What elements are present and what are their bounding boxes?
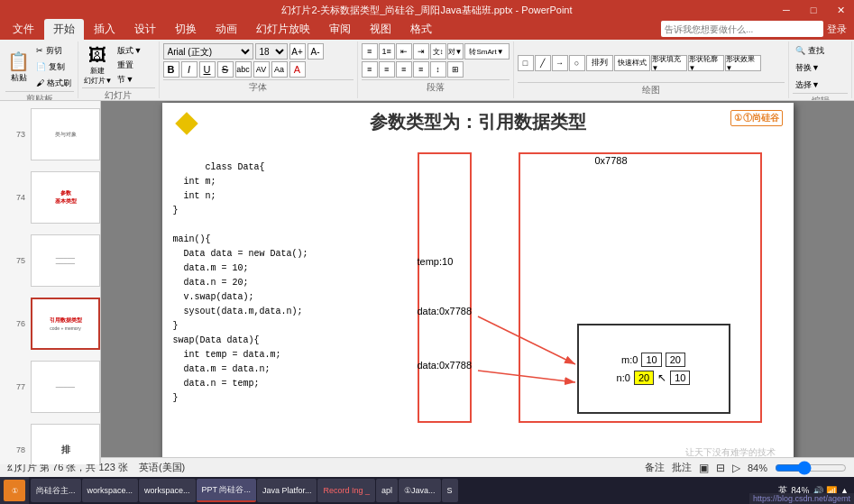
slide-thumb-74[interactable]: 74 参数基本类型 bbox=[0, 168, 100, 227]
tab-file[interactable]: 文件 bbox=[4, 19, 43, 40]
taskbar: ① 尚硅谷主... workspace... workspace... PPT … bbox=[0, 477, 854, 504]
tab-view[interactable]: 视图 bbox=[361, 19, 400, 40]
indent-more-button[interactable]: ⇥ bbox=[413, 43, 429, 60]
font-name-select[interactable]: Arial (正文) bbox=[163, 43, 253, 60]
text-dir-button[interactable]: 文↕ bbox=[430, 43, 446, 60]
paste-button[interactable]: 📋 粘贴 bbox=[5, 49, 32, 86]
notes-button[interactable]: 备注 bbox=[645, 461, 665, 474]
title-bar: 幻灯片2-关标数据类型_尚硅谷_周阳Java基础班.pptx - PowerPo… bbox=[0, 0, 854, 20]
logo-icon: ① bbox=[734, 113, 742, 123]
font-label: 字体 bbox=[163, 79, 354, 94]
copy-button[interactable]: 📄 复制 bbox=[33, 60, 74, 75]
slides-group: 🖼 新建幻灯片▼ 版式▼ 重置 节▼ 幻灯片 bbox=[78, 41, 160, 98]
taskbar-item-workspace1[interactable]: workspace... bbox=[82, 479, 139, 502]
ribbon-tabs: 文件 开始 插入 设计 切换 动画 幻灯片放映 审阅 视图 格式 登录 bbox=[0, 20, 854, 40]
tab-format[interactable]: 格式 bbox=[401, 19, 441, 40]
paragraph-label: 段落 bbox=[362, 79, 510, 94]
shape-line[interactable]: ╱ bbox=[535, 55, 551, 71]
taskbar-item-apl[interactable]: apl bbox=[376, 479, 398, 502]
align-right-button[interactable]: ≡ bbox=[396, 61, 412, 78]
align-center-button[interactable]: ≡ bbox=[379, 61, 395, 78]
layout-button[interactable]: 版式▼ bbox=[115, 44, 143, 58]
shape-effect-button[interactable]: 形状效果▼ bbox=[725, 55, 761, 71]
login-button[interactable]: 登录 bbox=[827, 23, 847, 36]
taskbar-item-shanggui[interactable]: 尚硅谷主... bbox=[31, 479, 81, 502]
select-button[interactable]: 选择▼ bbox=[793, 78, 848, 93]
italic-button[interactable]: I bbox=[181, 61, 197, 78]
shape-outline-button[interactable]: 形状轮廓▼ bbox=[688, 55, 724, 71]
numbering-button[interactable]: 1≡ bbox=[379, 43, 395, 60]
font-size-select[interactable]: 18 bbox=[255, 43, 288, 60]
search-box[interactable] bbox=[661, 21, 823, 37]
strikethrough-button[interactable]: S bbox=[217, 61, 234, 78]
slide-thumb-77[interactable]: 77 ───── bbox=[0, 357, 100, 417]
smartart-button[interactable]: 转SmArt▼ bbox=[464, 43, 510, 60]
minimize-button[interactable]: ─ bbox=[773, 0, 800, 20]
status-bar: 幻灯片 第 76 张，共 123 张 英语(美国) 备注 批注 ▣ ⊟ ▷ 84… bbox=[0, 457, 854, 477]
main-canvas-area: 参数类型为：引用数据类型 ① ①尚硅谷 class Data{ int m; i… bbox=[101, 101, 854, 464]
view-reading-icon[interactable]: ▷ bbox=[732, 462, 740, 474]
view-normal-icon[interactable]: ▣ bbox=[699, 462, 709, 474]
view-slide-icon[interactable]: ⊟ bbox=[716, 462, 725, 474]
shape-fill-button[interactable]: 形状填充▼ bbox=[651, 55, 687, 71]
search-input[interactable] bbox=[661, 21, 823, 37]
slide-panel: 73 类与对象 74 参数基本类型 75 ────────── 76 引用数据类… bbox=[0, 101, 101, 464]
status-right: 备注 批注 ▣ ⊟ ▷ 84% bbox=[645, 461, 847, 474]
taskbar-logo[interactable]: ① bbox=[4, 480, 25, 501]
taskbar-item-recording[interactable]: Record Ing _ bbox=[317, 479, 375, 502]
new-slide-button[interactable]: 🖼 新建幻灯片▼ bbox=[82, 43, 115, 87]
tab-start[interactable]: 开始 bbox=[44, 19, 84, 40]
slide-thumb-75[interactable]: 75 ────────── bbox=[0, 231, 100, 290]
case-button[interactable]: Aa bbox=[271, 61, 288, 78]
cut-button[interactable]: ✂ 剪切 bbox=[33, 43, 74, 59]
slide-logo: ① ①尚硅谷 bbox=[730, 110, 783, 126]
bullets-button[interactable]: ≡ bbox=[362, 43, 378, 60]
arrange-button[interactable]: 排列 bbox=[586, 55, 613, 71]
tab-review[interactable]: 审阅 bbox=[320, 19, 360, 40]
temp-label: temp:10 bbox=[418, 256, 454, 267]
shadow-button[interactable]: abc bbox=[235, 61, 252, 78]
text-align-button[interactable]: 对▼ bbox=[447, 43, 464, 60]
shape-arrow[interactable]: → bbox=[552, 55, 568, 71]
taskbar-item-workspace2[interactable]: workspace... bbox=[139, 479, 196, 502]
tab-slideshow[interactable]: 幻灯片放映 bbox=[247, 19, 319, 40]
slide-thumb-73[interactable]: 73 类与对象 bbox=[0, 105, 100, 164]
char-spacing-button[interactable]: AV bbox=[253, 61, 270, 78]
taskbar-item-s[interactable]: S bbox=[442, 479, 458, 502]
slide-thumb-78[interactable]: 78 排 bbox=[0, 420, 100, 464]
taskbar-item-java2[interactable]: ①Java... bbox=[399, 479, 441, 502]
reset-button[interactable]: 重置 bbox=[115, 59, 143, 72]
font-shrink-button[interactable]: A- bbox=[308, 43, 324, 60]
indent-less-button[interactable]: ⇤ bbox=[396, 43, 412, 60]
font-color-button[interactable]: A bbox=[289, 61, 306, 78]
tab-animation[interactable]: 动画 bbox=[207, 19, 246, 40]
replace-button[interactable]: 替换▼ bbox=[793, 60, 848, 76]
slide-thumb-76[interactable]: 76 引用数据类型 code + memory bbox=[0, 294, 100, 353]
tab-transition[interactable]: 切换 bbox=[166, 19, 206, 40]
title-text: 幻灯片2-关标数据类型_尚硅谷_周阳Java基础班.pptx - PowerPo… bbox=[281, 4, 572, 17]
align-left-button[interactable]: ≡ bbox=[362, 61, 378, 78]
taskbar-item-java[interactable]: Java Platfor... bbox=[257, 479, 317, 502]
shape-rect[interactable]: □ bbox=[518, 55, 534, 71]
tab-design[interactable]: 设计 bbox=[125, 19, 165, 40]
find-button[interactable]: 🔍 查找 bbox=[793, 43, 848, 59]
maximize-button[interactable]: □ bbox=[800, 0, 827, 20]
shape-oval[interactable]: ○ bbox=[569, 55, 585, 71]
slide-canvas[interactable]: 参数类型为：引用数据类型 ① ①尚硅谷 class Data{ int m; i… bbox=[162, 103, 794, 463]
justify-button[interactable]: ≡ bbox=[413, 61, 429, 78]
format-painter-button[interactable]: 🖌 格式刷 bbox=[33, 76, 74, 91]
columns-button[interactable]: ⊞ bbox=[447, 61, 464, 78]
comments-button[interactable]: 批注 bbox=[672, 461, 692, 474]
font-grow-button[interactable]: A+ bbox=[289, 43, 306, 60]
zoom-slider[interactable] bbox=[775, 462, 847, 474]
bold-button[interactable]: B bbox=[163, 61, 179, 78]
tab-insert[interactable]: 插入 bbox=[85, 19, 124, 40]
underline-button[interactable]: U bbox=[199, 61, 216, 78]
line-spacing-button[interactable]: ↕ bbox=[430, 61, 446, 78]
m-val-2: 20 bbox=[666, 353, 685, 367]
close-button[interactable]: ✕ bbox=[827, 0, 854, 20]
taskbar-item-ppt[interactable]: PPT 尚硅谷... bbox=[197, 479, 256, 502]
section-button[interactable]: 节▼ bbox=[115, 73, 143, 87]
ribbon-toolbar: 📋 粘贴 ✂ 剪切 📄 复制 🖌 格式刷 剪贴板 🖼 新建幻灯片▼ 版式▼ 重置… bbox=[0, 40, 854, 101]
quick-styles-button[interactable]: 快速样式 bbox=[614, 55, 650, 71]
